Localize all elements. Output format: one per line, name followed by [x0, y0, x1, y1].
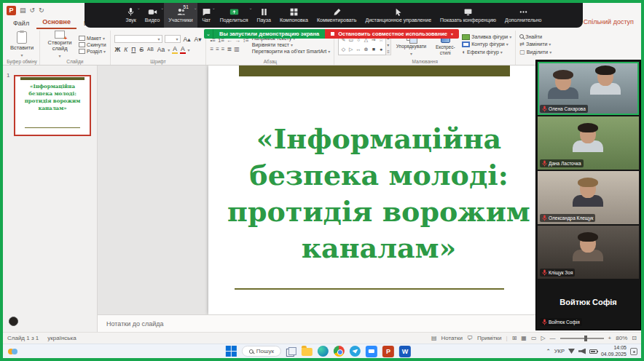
zoom-slider-thumb[interactable] [584, 336, 587, 341]
sharing-status: Вы запустили демонстрацию экрана [213, 29, 325, 39]
columns-icon[interactable]: ▥ [234, 46, 240, 52]
font-size-input[interactable]: ▾ [165, 35, 181, 43]
clipboard-icon [17, 31, 27, 44]
section-button[interactable]: Розділ▾ [79, 49, 106, 54]
select-button[interactable]: ▢Виділити▾ [519, 49, 551, 55]
video-tile[interactable]: Дана Ласточка [538, 116, 639, 170]
tray-expand-icon[interactable]: ⌃ [546, 348, 551, 354]
strikethrough-button[interactable]: S [138, 46, 144, 53]
zoom-chat-button[interactable]: Чат⌄ [197, 3, 216, 28]
change-case-button[interactable]: Аа [157, 46, 166, 53]
align-left-icon[interactable]: ≡ [210, 46, 213, 52]
clipboard-group: Вставити ▾ Буфер обміну [4, 31, 40, 65]
zoom-show-meeting-button[interactable]: Показать конференцию [436, 3, 500, 28]
telegram-icon[interactable] [350, 346, 361, 357]
shape-fill-button[interactable]: Заливка фігури▾ [462, 34, 511, 40]
video-tile[interactable]: Олена Сахарова [538, 62, 639, 115]
replace-button[interactable]: ⇄Замінити▾ [519, 41, 551, 47]
file-explorer-icon[interactable] [302, 348, 313, 356]
thumbnail-band [20, 77, 85, 80]
share-access-button[interactable]: Спільний доступ [576, 18, 634, 25]
zoom-participants-button[interactable]: Участники 51 ⌄ [164, 3, 197, 28]
save-icon[interactable]: ▤ [20, 7, 26, 14]
slideshow-view-icon[interactable]: ▷ [541, 335, 545, 341]
zoom-audio-button[interactable]: Звук⌄ [122, 3, 141, 28]
undo-icon[interactable]: ↺ [30, 7, 36, 14]
keyboard-language[interactable]: УКР [554, 348, 565, 354]
tab-home[interactable]: Основне [36, 17, 76, 29]
shape-outline-icon [462, 41, 470, 47]
slide-thumbnail[interactable]: «Інформаційна безпека молоді: протидія в… [14, 75, 91, 136]
slides-panel: 1 «Інформаційна безпека молоді: протидія… [3, 66, 98, 332]
zoom-slider[interactable] [560, 338, 604, 339]
slide-title[interactable]: «Інформаційна безпека молоді: протидія в… [211, 121, 546, 266]
user-avatar[interactable] [9, 317, 18, 326]
zoom-annotate-button[interactable]: Комментировать [313, 3, 361, 28]
word-app-icon[interactable]: W [399, 346, 411, 357]
shape-effects-icon: ◐ [462, 49, 466, 55]
find-button[interactable]: Знайти [519, 34, 551, 39]
stop-sharing-button[interactable]: Остановить совместное использование ▾ [325, 29, 459, 39]
italic-button[interactable]: К [123, 46, 128, 53]
edge-browser-icon[interactable] [318, 346, 329, 357]
reset-button[interactable]: Скинути [79, 42, 106, 47]
zoom-more-button[interactable]: Дополнительно [500, 3, 546, 28]
zoom-layout-button[interactable]: Компоновка [275, 3, 313, 28]
align-right-icon[interactable]: ≡ [221, 46, 225, 52]
zoom-level[interactable]: 80% [616, 335, 627, 341]
justify-icon[interactable]: ≣ [227, 46, 232, 52]
new-slide-button[interactable]: Створити слайд ▾ [44, 31, 76, 59]
font-color-button[interactable]: А [180, 45, 186, 54]
volume-icon[interactable] [578, 349, 586, 354]
zoom-app-icon[interactable] [366, 346, 377, 357]
wifi-icon[interactable] [568, 349, 575, 354]
shape-outline-button[interactable]: Контур фігури▾ [462, 41, 511, 47]
banner-collapse-icon[interactable]: ⌄ [204, 29, 213, 39]
widgets-weather-icon[interactable] [8, 349, 17, 354]
layout-icon [79, 36, 85, 41]
zoom-share-button[interactable]: Поделиться⌄ [216, 3, 253, 28]
align-text-button[interactable]: Вирівняти текст▾ [252, 42, 331, 47]
layout-button[interactable]: Макет▾ [79, 36, 106, 41]
zoom-in-icon[interactable]: + [608, 335, 612, 341]
muted-mic-icon [542, 160, 547, 167]
smartart-convert-button[interactable]: Перетворити на об'єкт SmartArt▾ [252, 49, 331, 54]
zoom-remote-control-button[interactable]: Дистанционное управление [361, 3, 436, 28]
language-indicator[interactable]: українська [47, 335, 76, 341]
bold-button[interactable]: Ж [114, 46, 122, 53]
text-highlight-button[interactable]: А [172, 45, 178, 54]
character-spacing-button[interactable]: АВ [146, 46, 154, 53]
underline-button[interactable]: П [130, 46, 136, 53]
powerpoint-app-icon[interactable]: P [382, 346, 394, 357]
taskbar-clock[interactable]: 14:05 04.09.2025 [601, 345, 627, 357]
increase-font-icon[interactable]: А▴ [183, 36, 192, 43]
align-center-icon[interactable]: ≡ [216, 46, 219, 52]
zoom-video-panel: Олена Сахарова Дана Ласточка Олександра … [535, 60, 641, 330]
shape-effects-button[interactable]: ◐Ефекти фігур▾ [462, 49, 511, 55]
screen-share-banner: ⌄ Вы запустили демонстрацию экрана Остан… [204, 29, 459, 39]
taskbar-search[interactable]: Пошук [242, 346, 281, 357]
fit-to-window-icon[interactable]: ⊡ [632, 335, 637, 341]
status-bar: Слайд 1 з 1 українська ▤ Нотатки 🗩 Примі… [3, 332, 641, 344]
notes-toggle[interactable]: Нотатки [441, 335, 463, 341]
zoom-pause-button[interactable]: Пауза [252, 3, 275, 28]
task-view-button[interactable] [286, 347, 297, 356]
zoom-video-button[interactable]: Видео⌄ [141, 3, 164, 28]
start-button[interactable] [226, 346, 237, 357]
battery-icon[interactable] [589, 349, 597, 354]
reading-view-icon[interactable]: ▭ [531, 335, 537, 341]
video-tile-no-camera[interactable]: Войтюк Софія Войтюк Софія [538, 280, 639, 328]
comments-toggle[interactable]: Примітки [477, 335, 502, 341]
video-tile[interactable]: Кліщук Зоя [538, 226, 639, 279]
tab-file[interactable]: Файл [7, 18, 35, 29]
font-name-input[interactable]: ▾ [114, 35, 162, 43]
paste-button[interactable]: Вставити ▾ [8, 31, 36, 58]
video-tile[interactable]: Олександра Клещук [538, 171, 639, 224]
decrease-font-icon[interactable]: А▾ [194, 36, 203, 43]
slide-sorter-view-icon[interactable]: ▦ [521, 335, 527, 341]
normal-view-icon[interactable]: ⊞ [512, 335, 517, 341]
chrome-browser-icon[interactable] [334, 346, 345, 357]
zoom-out-icon[interactable]: — [550, 335, 556, 341]
notifications-icon[interactable] [630, 348, 637, 355]
redo-icon[interactable]: ↻ [39, 7, 44, 14]
